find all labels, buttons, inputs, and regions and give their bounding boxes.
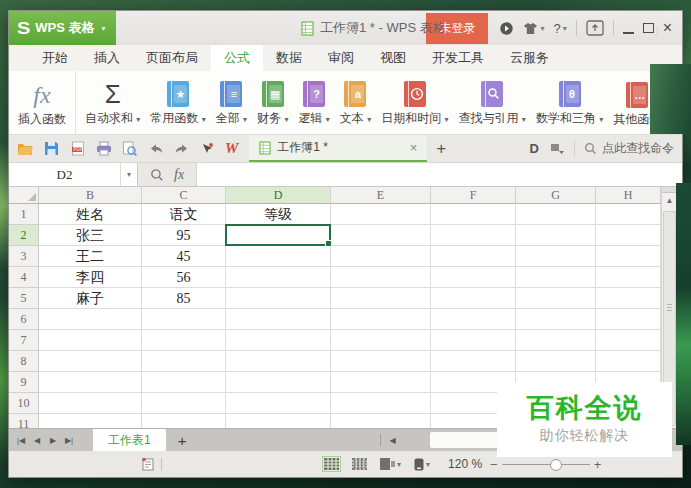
cell-F3[interactable] xyxy=(431,246,516,267)
new-tab-button[interactable]: + xyxy=(436,140,446,157)
cell-B5[interactable]: 麻子 xyxy=(39,288,142,309)
cell-E5[interactable] xyxy=(331,288,431,309)
cell-D5[interactable] xyxy=(226,288,331,309)
menu-tab-审阅[interactable]: 审阅 xyxy=(315,45,367,71)
ink-cursor-icon[interactable] xyxy=(199,140,216,157)
cell-F6[interactable] xyxy=(431,309,516,330)
cell-B4[interactable]: 李四 xyxy=(39,267,142,288)
formula-search-icon[interactable] xyxy=(150,168,164,182)
column-header-C[interactable]: C xyxy=(142,187,226,204)
cell-D1[interactable]: 等级 xyxy=(226,204,331,225)
cell-C11[interactable] xyxy=(142,414,226,428)
cell-B1[interactable]: 姓名 xyxy=(39,204,142,225)
add-sheet-button[interactable]: + xyxy=(170,432,195,449)
menu-tab-公式[interactable]: 公式 xyxy=(211,45,263,71)
menu-tab-页面布局[interactable]: 页面布局 xyxy=(133,45,211,71)
row-header-2[interactable]: 2 xyxy=(9,225,39,246)
undo-icon[interactable] xyxy=(147,140,164,157)
cell-G8[interactable] xyxy=(516,351,596,372)
formula-input[interactable] xyxy=(196,163,682,186)
cell-C4[interactable]: 56 xyxy=(142,267,226,288)
column-header-E[interactable]: E xyxy=(331,187,431,204)
row-header-10[interactable]: 10 xyxy=(9,393,39,414)
chevron-down-icon[interactable]: ▾ xyxy=(120,163,137,186)
cell-H2[interactable] xyxy=(596,225,661,246)
close-tab-icon[interactable]: × xyxy=(410,140,418,155)
open-file-icon[interactable] xyxy=(17,140,34,157)
cell-F5[interactable] xyxy=(431,288,516,309)
cell-C5[interactable]: 85 xyxy=(142,288,226,309)
cell-G7[interactable] xyxy=(516,330,596,351)
zoom-out-button[interactable]: − xyxy=(490,458,498,471)
cell-D3[interactable] xyxy=(226,246,331,267)
menu-tab-插入[interactable]: 插入 xyxy=(81,45,133,71)
wps-menu-button[interactable]: S WPS 表格 ▾ xyxy=(9,11,116,45)
cell-B7[interactable] xyxy=(39,330,142,351)
cell-H6[interactable] xyxy=(596,309,661,330)
skin-icon[interactable]: ▾ xyxy=(523,22,544,35)
cell-G1[interactable] xyxy=(516,204,596,225)
cell-H1[interactable] xyxy=(596,204,661,225)
last-sheet-icon[interactable]: ▶| xyxy=(63,436,75,445)
menu-tab-视图[interactable]: 视图 xyxy=(367,45,419,71)
ribbon-logical[interactable]: ?逻辑 ▾ xyxy=(293,71,334,134)
ribbon-date-time[interactable]: 日期和时间 ▾ xyxy=(376,71,453,134)
normal-view-icon[interactable] xyxy=(322,456,341,472)
cell-H8[interactable] xyxy=(596,351,661,372)
cell-H5[interactable] xyxy=(596,288,661,309)
fill-handle[interactable] xyxy=(325,240,332,247)
cell-C10[interactable] xyxy=(142,393,226,414)
ribbon-all-functions[interactable]: ≡全部 ▾ xyxy=(211,71,252,134)
scroll-up-icon[interactable]: ▲ xyxy=(662,193,677,207)
cell-E6[interactable] xyxy=(331,309,431,330)
print-preview-icon[interactable] xyxy=(121,140,138,157)
menu-tab-数据[interactable]: 数据 xyxy=(263,45,315,71)
name-box[interactable]: D2 ▾ xyxy=(9,163,138,186)
cell-E8[interactable] xyxy=(331,351,431,372)
sync-icon[interactable] xyxy=(499,21,514,36)
cell-E10[interactable] xyxy=(331,393,431,414)
row-header-1[interactable]: 1 xyxy=(9,204,39,225)
collapse-ribbon-icon[interactable] xyxy=(586,20,604,36)
cell-D9[interactable] xyxy=(226,372,331,393)
selected-cell-D2[interactable] xyxy=(225,224,331,246)
cell-B11[interactable] xyxy=(39,414,142,428)
cell-B6[interactable] xyxy=(39,309,142,330)
row-header-8[interactable]: 8 xyxy=(9,351,39,372)
wps-writer-icon[interactable]: W xyxy=(225,140,238,157)
cell-G2[interactable] xyxy=(516,225,596,246)
cell-E2[interactable] xyxy=(331,225,431,246)
zoom-slider-thumb[interactable] xyxy=(550,459,562,471)
column-header-H[interactable]: H xyxy=(596,187,661,204)
zoom-slider[interactable] xyxy=(502,464,590,465)
column-header-B[interactable]: B xyxy=(39,187,142,204)
cell-F2[interactable] xyxy=(431,225,516,246)
select-all-corner[interactable] xyxy=(9,187,39,204)
cell-C7[interactable] xyxy=(142,330,226,351)
save-icon[interactable] xyxy=(43,140,60,157)
cell-H4[interactable] xyxy=(596,267,661,288)
row-header-7[interactable]: 7 xyxy=(9,330,39,351)
find-command-box[interactable]: 点此查找命令 xyxy=(574,140,674,157)
first-sheet-icon[interactable]: |◀ xyxy=(15,436,27,445)
cell-B8[interactable] xyxy=(39,351,142,372)
cell-C1[interactable]: 语文 xyxy=(142,204,226,225)
cell-C9[interactable] xyxy=(142,372,226,393)
row-header-5[interactable]: 5 xyxy=(9,288,39,309)
ribbon-insert-function[interactable]: fx插入函数 xyxy=(13,71,76,134)
cell-E7[interactable] xyxy=(331,330,431,351)
file-tab-workbook1[interactable]: 工作簿1 * × xyxy=(249,135,427,162)
cell-F7[interactable] xyxy=(431,330,516,351)
ribbon-common-functions[interactable]: ★常用函数 ▾ xyxy=(145,71,210,134)
cell-E3[interactable] xyxy=(331,246,431,267)
scroll-left-icon[interactable]: ◀ xyxy=(385,436,399,445)
cell-E11[interactable] xyxy=(331,414,431,428)
sheet-tab-active[interactable]: 工作表1 xyxy=(93,429,166,451)
cell-E4[interactable] xyxy=(331,267,431,288)
cell-E1[interactable] xyxy=(331,204,431,225)
cell-D11[interactable] xyxy=(226,414,331,428)
clipboard-status-icon[interactable] xyxy=(141,457,155,471)
row-header-11[interactable]: 11 xyxy=(9,414,39,428)
cell-G3[interactable] xyxy=(516,246,596,267)
cell-C2[interactable]: 95 xyxy=(142,225,226,246)
